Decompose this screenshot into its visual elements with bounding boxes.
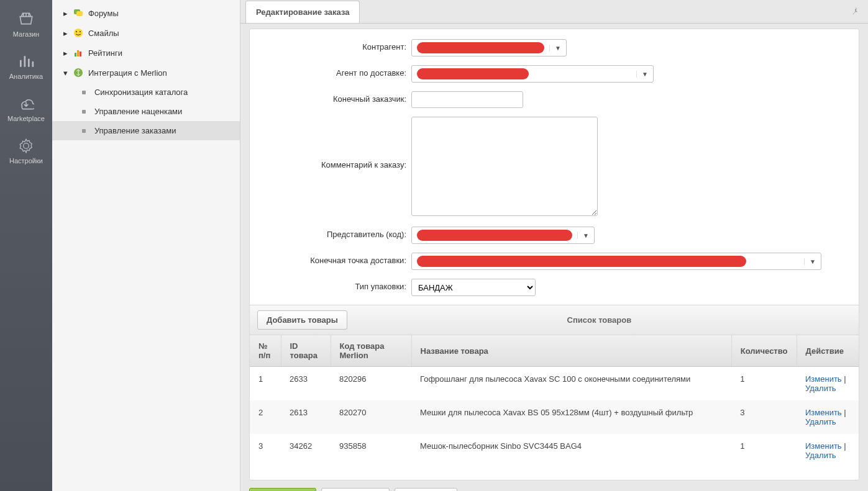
bullet-icon — [82, 129, 86, 133]
svg-point-4 — [80, 31, 81, 32]
icon-sidebar: Магазин Аналитика Marketplace Настройки — [0, 0, 52, 491]
cell-qty: 1 — [731, 434, 797, 467]
th-action: Действие — [797, 335, 859, 367]
tree-integration[interactable]: ▾ Интеграция с Merlion — [52, 63, 240, 83]
tree-label: Синхронизация каталога — [94, 88, 188, 97]
delivery-agent-label: Агент по доставке: — [250, 65, 411, 78]
expand-icon[interactable]: ▸ — [62, 29, 70, 37]
row-counterparty: Контрагент: ▼ — [250, 39, 859, 56]
tree-label: Управление наценками — [94, 107, 182, 116]
gear-icon — [16, 137, 36, 155]
expand-icon[interactable]: ▸ — [62, 9, 70, 17]
cell-num: 3 — [250, 434, 281, 467]
products-header: Добавить товары Список товаров — [250, 305, 859, 335]
tree-label: Интеграция с Merlion — [88, 68, 167, 78]
add-products-label: Добавить товары — [267, 315, 338, 325]
delivery-agent-select[interactable]: ▼ — [411, 65, 654, 83]
save-button[interactable]: Сохранить — [249, 488, 316, 491]
tree-markups[interactable]: Управление наценками — [52, 102, 240, 121]
cell-actions: Изменить | Удалить — [797, 400, 859, 434]
action-bar: Сохранить Применить Отменить — [249, 480, 859, 491]
cloud-download-icon — [16, 95, 36, 112]
edit-link[interactable]: Изменить — [805, 374, 842, 384]
bullet-icon — [82, 110, 86, 114]
svg-point-2 — [74, 29, 83, 37]
svg-rect-7 — [80, 52, 81, 56]
counterparty-label: Контрагент: — [250, 39, 411, 52]
th-num: № п/п — [250, 335, 281, 367]
cell-qty: 3 — [731, 400, 797, 434]
tree-nav: ▸ Форумы ▸ Смайлы ▸ Рейтинги ▾ Интеграци… — [52, 0, 240, 491]
chevron-down-icon: ▼ — [577, 232, 594, 239]
tab-bar: Редактирование заказа — [240, 0, 868, 24]
edit-link[interactable]: Изменить — [805, 408, 842, 417]
chevron-down-icon: ▼ — [636, 71, 653, 78]
collapse-icon[interactable]: ▾ — [62, 69, 70, 76]
sidebar-analytics[interactable]: Аналитика — [0, 45, 52, 88]
end-customer-input[interactable] — [411, 91, 523, 108]
row-comment: Комментарий к заказу: — [250, 117, 859, 218]
row-delivery-agent: Агент по доставке: ▼ — [250, 65, 859, 83]
cell-num: 2 — [250, 400, 281, 434]
redacted-value — [417, 42, 544, 53]
redacted-value — [417, 256, 746, 267]
tree-label: Рейтинги — [88, 48, 122, 58]
ratings-icon — [73, 48, 83, 58]
table-row: 12633820296Гофрошланг для пылесоса Xavax… — [250, 367, 859, 401]
bullet-icon — [82, 91, 86, 94]
forum-icon — [73, 8, 83, 18]
sidebar-label: Магазин — [13, 30, 39, 38]
comment-textarea[interactable] — [411, 117, 598, 216]
tab-label: Редактирование заказа — [256, 7, 349, 17]
cancel-button[interactable]: Отменить — [395, 488, 458, 491]
basket-icon — [16, 11, 36, 28]
apply-button[interactable]: Применить — [321, 488, 390, 491]
sidebar-label: Marketplace — [7, 115, 45, 122]
tree-sync[interactable]: Синхронизация каталога — [52, 83, 240, 102]
delivery-endpoint-select[interactable]: ▼ — [411, 253, 821, 270]
cell-num: 1 — [250, 367, 281, 401]
row-representative: Представитель (код): ▼ — [250, 227, 859, 244]
sidebar-label: Настройки — [9, 157, 43, 164]
tree-ratings[interactable]: ▸ Рейтинги — [52, 43, 240, 63]
cell-code: 820296 — [331, 367, 411, 401]
tab-edit-order[interactable]: Редактирование заказа — [245, 1, 360, 23]
order-panel: Контрагент: ▼ Агент по доставке: ▼ — [249, 29, 859, 480]
counterparty-select[interactable]: ▼ — [411, 39, 567, 56]
sidebar-marketplace[interactable]: Marketplace — [0, 88, 52, 130]
sidebar-settings[interactable]: Настройки — [0, 130, 52, 172]
cell-qty: 1 — [731, 367, 797, 401]
representative-label: Представитель (код): — [250, 227, 411, 239]
pin-icon[interactable] — [851, 6, 859, 17]
representative-select[interactable]: ▼ — [411, 227, 595, 244]
sidebar-store[interactable]: Магазин — [0, 3, 52, 45]
delete-link[interactable]: Удалить — [805, 417, 836, 426]
delivery-endpoint-label: Конечная точка доставки: — [250, 253, 411, 265]
products-table: № п/п ID товара Код товара Merlion Назва… — [250, 335, 859, 467]
tree-orders[interactable]: Управление заказами — [52, 121, 240, 140]
chevron-down-icon: ▼ — [804, 258, 821, 265]
packaging-label: Тип упаковки: — [250, 279, 411, 291]
delete-link[interactable]: Удалить — [805, 384, 836, 393]
edit-link[interactable]: Изменить — [805, 441, 842, 451]
redacted-value — [417, 68, 529, 79]
chevron-down-icon: ▼ — [549, 45, 566, 52]
expand-icon[interactable]: ▸ — [62, 49, 70, 56]
tree-forums[interactable]: ▸ Форумы — [52, 3, 240, 23]
integration-icon — [73, 68, 83, 78]
packaging-select[interactable]: БАНДАЖ — [411, 279, 536, 296]
cell-id: 34262 — [281, 434, 331, 467]
chart-icon — [16, 53, 36, 70]
tree-label: Управление заказами — [94, 126, 176, 135]
th-name: Название товара — [411, 335, 731, 367]
content: Контрагент: ▼ Агент по доставке: ▼ — [240, 24, 868, 491]
main: Редактирование заказа Контрагент: ▼ — [240, 0, 868, 491]
tree-smileys[interactable]: ▸ Смайлы — [52, 23, 240, 43]
svg-rect-1 — [76, 11, 83, 16]
th-id: ID товара — [281, 335, 331, 367]
row-end-customer: Конечный заказчик: — [250, 91, 859, 108]
add-products-button[interactable]: Добавить товары — [257, 310, 347, 330]
delete-link[interactable]: Удалить — [805, 451, 836, 460]
th-qty: Количество — [731, 335, 797, 367]
svg-point-3 — [76, 31, 77, 32]
